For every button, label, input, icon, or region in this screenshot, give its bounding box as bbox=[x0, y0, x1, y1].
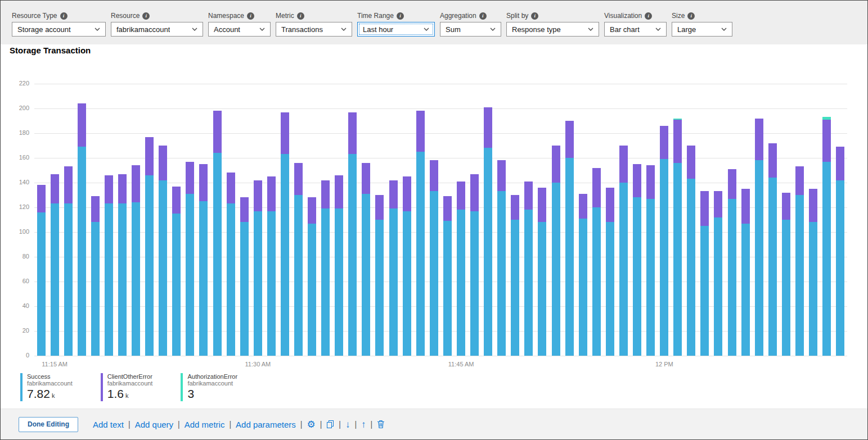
stacked-bar-53[interactable] bbox=[755, 119, 763, 356]
add-metric-link[interactable]: Add metric bbox=[185, 420, 225, 429]
stacked-bar-20[interactable] bbox=[308, 197, 316, 356]
stacked-bar-27[interactable] bbox=[403, 176, 411, 356]
stacked-bar-26[interactable] bbox=[389, 180, 398, 356]
stacked-bar-44[interactable] bbox=[633, 164, 641, 356]
param-label: Split by i bbox=[506, 12, 599, 20]
info-icon[interactable]: i bbox=[60, 12, 68, 20]
move-up-icon[interactable]: ↑ bbox=[361, 420, 366, 429]
add-parameters-link[interactable]: Add parameters bbox=[236, 420, 296, 429]
stacked-bar-8[interactable] bbox=[145, 137, 154, 356]
stacked-bar-37[interactable] bbox=[538, 188, 546, 356]
legend-item-authorizationerror[interactable]: AuthorizationError fabrikamaccount 3 bbox=[181, 373, 237, 401]
namespace-select[interactable]: Account bbox=[208, 22, 271, 37]
stacked-bar-59[interactable] bbox=[836, 147, 844, 356]
visualization-select[interactable]: Bar chart bbox=[604, 22, 667, 37]
stacked-bar-4[interactable] bbox=[91, 196, 100, 356]
stacked-bar-50[interactable] bbox=[714, 191, 722, 356]
stacked-bar-14[interactable] bbox=[227, 173, 235, 356]
stacked-bar-40[interactable] bbox=[579, 194, 587, 356]
stacked-bar-7[interactable] bbox=[132, 165, 140, 356]
resource-type-select[interactable]: Storage account bbox=[12, 22, 106, 37]
stacked-bar-48[interactable] bbox=[687, 146, 695, 356]
stacked-bar-33[interactable] bbox=[484, 107, 492, 356]
bar-segment-success bbox=[64, 203, 73, 356]
stacked-bar-17[interactable] bbox=[267, 176, 276, 356]
info-icon[interactable]: i bbox=[142, 12, 150, 20]
stacked-bar-52[interactable] bbox=[741, 189, 750, 356]
stacked-bar-10[interactable] bbox=[172, 187, 181, 356]
stacked-bar-56[interactable] bbox=[795, 166, 804, 356]
y-axis-tick-label: 40 bbox=[23, 302, 29, 309]
stacked-bar-29[interactable] bbox=[430, 160, 438, 356]
info-icon[interactable]: i bbox=[397, 12, 404, 20]
stacked-bar-49[interactable] bbox=[700, 191, 709, 356]
stacked-bar-28[interactable] bbox=[416, 111, 425, 356]
stacked-bar-16[interactable] bbox=[254, 180, 262, 356]
add-text-link[interactable]: Add text bbox=[93, 420, 124, 429]
stacked-bar-6[interactable] bbox=[118, 174, 127, 356]
stacked-bar-0[interactable] bbox=[37, 185, 46, 356]
bar-segment-clientothererror bbox=[809, 189, 817, 222]
info-icon[interactable]: i bbox=[297, 12, 304, 20]
bar-segment-success bbox=[497, 191, 506, 356]
stacked-bar-22[interactable] bbox=[335, 175, 343, 356]
legend-item-success[interactable]: Success fabrikamaccount 7.82k bbox=[20, 373, 73, 401]
stacked-bar-24[interactable] bbox=[362, 163, 370, 356]
bar-segment-clientothererror bbox=[565, 121, 574, 158]
info-icon[interactable]: i bbox=[247, 12, 254, 20]
split-by-select[interactable]: Response type bbox=[506, 22, 599, 37]
copy-icon[interactable] bbox=[326, 420, 334, 429]
stacked-bar-1[interactable] bbox=[51, 174, 59, 356]
legend-item-clientothererror[interactable]: ClientOtherError fabrikamaccount 1.6k bbox=[101, 373, 153, 401]
stacked-bar-54[interactable] bbox=[768, 143, 777, 356]
stacked-bar-51[interactable] bbox=[728, 169, 736, 356]
stacked-bar-45[interactable] bbox=[646, 165, 655, 356]
stacked-bar-31[interactable] bbox=[457, 182, 465, 356]
aggregation-select[interactable]: Sum bbox=[440, 22, 501, 37]
settings-icon[interactable]: ⚙ bbox=[307, 420, 315, 429]
select-value: Bar chart bbox=[610, 25, 640, 34]
stacked-bar-32[interactable] bbox=[470, 174, 479, 356]
stacked-bar-47[interactable] bbox=[673, 119, 682, 356]
stacked-bar-12[interactable] bbox=[199, 164, 208, 356]
stacked-bar-15[interactable] bbox=[240, 197, 249, 356]
stacked-bar-57[interactable] bbox=[809, 189, 817, 356]
done-editing-button[interactable]: Done Editing bbox=[19, 417, 78, 432]
stacked-bar-30[interactable] bbox=[443, 196, 452, 356]
stacked-bar-46[interactable] bbox=[660, 126, 668, 356]
stacked-bar-23[interactable] bbox=[348, 112, 357, 356]
stacked-bar-38[interactable] bbox=[552, 146, 560, 356]
info-icon[interactable]: i bbox=[479, 12, 487, 20]
stacked-bar-21[interactable] bbox=[321, 180, 330, 356]
move-down-icon[interactable]: ↓ bbox=[345, 420, 350, 429]
info-icon[interactable]: i bbox=[645, 12, 652, 20]
stacked-bar-34[interactable] bbox=[497, 160, 506, 356]
metric-select[interactable]: Transactions bbox=[276, 22, 352, 37]
stacked-bar-58[interactable] bbox=[822, 117, 831, 356]
stacked-bar-55[interactable] bbox=[782, 193, 790, 356]
bar-segment-clientothererror bbox=[227, 173, 235, 203]
stacked-bar-43[interactable] bbox=[619, 146, 628, 356]
bar-segment-clientothererror bbox=[552, 146, 560, 183]
stacked-bar-25[interactable] bbox=[375, 195, 384, 356]
stacked-bar-35[interactable] bbox=[511, 195, 519, 356]
add-query-link[interactable]: Add query bbox=[135, 420, 173, 429]
size-select[interactable]: Large bbox=[672, 22, 732, 37]
stacked-bar-13[interactable] bbox=[213, 111, 222, 356]
resource-select[interactable]: fabrikamaccount bbox=[111, 22, 203, 37]
stacked-bar-2[interactable] bbox=[64, 166, 73, 356]
stacked-bar-41[interactable] bbox=[592, 168, 601, 356]
info-icon[interactable]: i bbox=[687, 12, 695, 20]
stacked-bar-5[interactable] bbox=[105, 175, 113, 356]
stacked-bar-36[interactable] bbox=[524, 182, 533, 356]
info-icon[interactable]: i bbox=[531, 12, 538, 20]
stacked-bar-9[interactable] bbox=[159, 146, 167, 356]
time-range-select[interactable]: Last hour bbox=[357, 22, 435, 37]
stacked-bar-18[interactable] bbox=[281, 112, 289, 356]
stacked-bar-19[interactable] bbox=[294, 163, 303, 356]
stacked-bar-39[interactable] bbox=[565, 121, 574, 356]
stacked-bar-42[interactable] bbox=[606, 188, 614, 356]
stacked-bar-3[interactable] bbox=[78, 103, 86, 356]
stacked-bar-11[interactable] bbox=[186, 162, 194, 356]
delete-icon[interactable] bbox=[377, 420, 385, 429]
